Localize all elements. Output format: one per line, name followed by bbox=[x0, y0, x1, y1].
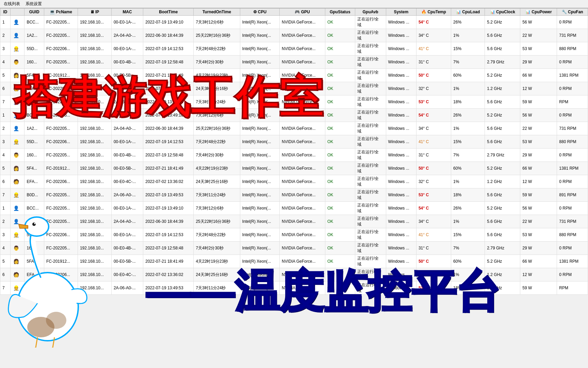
cell-gpustatus: OK bbox=[325, 42, 355, 56]
cell-gpustatus: OK bbox=[325, 175, 355, 188]
col-header-cpu[interactable]: ⚙ CPU bbox=[240, 9, 279, 16]
table-row[interactable]: 5👩5F4...FC-201912...192.168.10...00-E0-5… bbox=[0, 162, 588, 175]
cell-cpufan: 1381 RPM bbox=[557, 255, 588, 268]
col-header-gpustatus[interactable]: GpuStatus bbox=[325, 9, 355, 16]
cell-cpuclock: 1.2 GHz bbox=[485, 268, 520, 281]
cell-gpu: NVIDIA GeForce... bbox=[280, 162, 325, 175]
cell-ip: 192.168.10... bbox=[78, 69, 111, 82]
cell-turnedontime: 7天4时2分30秒 bbox=[194, 56, 240, 69]
cell-gpu: NVIDIA GeForce... bbox=[280, 69, 325, 82]
col-header-mac[interactable]: MAC bbox=[111, 9, 143, 16]
table-row[interactable]: 6🧑EFA...FC-202206...192.168.10...00-E0-4… bbox=[0, 82, 588, 95]
cell-gpu: NVIDIA GeForce... bbox=[280, 16, 325, 29]
cell-pcname: FC-202206... bbox=[44, 82, 78, 95]
col-header-cputemp[interactable]: 🔥 CpuTemp bbox=[416, 9, 451, 16]
cell-cpuload: 7% bbox=[451, 149, 485, 162]
cell-cpu: Intel(R) Xeon(... bbox=[240, 135, 279, 149]
cell-turnedontime: 7天2时48分22秒 bbox=[194, 42, 240, 56]
cell-gpuavb: 正在运行/全域 bbox=[355, 82, 386, 95]
cell-mac: 00-E0-4C-... bbox=[111, 175, 143, 188]
cell-ip: 192.168.10... bbox=[78, 42, 111, 56]
table-row[interactable]: 3👷55D...FC-202206...192.168.10...00-E0-1… bbox=[0, 42, 588, 56]
cell-cpufan: 0 RPM bbox=[557, 268, 588, 281]
table-row[interactable]: 1👤BCC...FC-202205...192.168.10...00-E0-1… bbox=[0, 109, 588, 122]
cell-turnedontime: 7天4时2分30秒 bbox=[194, 242, 240, 255]
cell-ip: 192.168.10... bbox=[78, 16, 111, 29]
cell-pcname: FC-201912... bbox=[44, 69, 78, 82]
col-header-cpuclock[interactable]: 📊 CpuClock bbox=[485, 9, 520, 16]
cell-gpu: NVIDIA GeForce... bbox=[280, 281, 325, 295]
data-table-container[interactable]: ID GUID 💻 PcName 🖥 IP MAC BootTime Turne… bbox=[0, 8, 588, 368]
col-header-id[interactable]: ID bbox=[0, 9, 11, 16]
col-header-turnedontime[interactable]: TurnedOnTime bbox=[194, 9, 240, 16]
cell-guid: B0D... bbox=[24, 281, 44, 295]
cell-id: 1 bbox=[0, 202, 11, 215]
avatar-icon: 👤 bbox=[13, 18, 20, 26]
cell-gpu: NVIDIA GeForce... bbox=[280, 82, 325, 95]
cell-gpuavb: 正在运行/全域 bbox=[355, 215, 386, 228]
table-row[interactable]: 7👷B0D...FC-202205...192.168.10...2A-06-A… bbox=[0, 281, 588, 295]
table-row[interactable]: 6🧑EFA...FC-202206...192.168.10...00-E0-4… bbox=[0, 268, 588, 281]
cell-system: Windows ... bbox=[386, 175, 416, 188]
cell-ip: 192.168.10... bbox=[78, 149, 111, 162]
cell-id: 4 bbox=[0, 242, 11, 255]
cell-gpustatus: OK bbox=[325, 268, 355, 281]
cell-id: 4 bbox=[0, 56, 11, 69]
table-row[interactable]: 3👷55D...FC-202206...192.168.10...00-E0-1… bbox=[0, 135, 588, 149]
cell-cpufan: 891 RPM bbox=[557, 188, 588, 202]
col-header-pcname[interactable]: 💻 PcName bbox=[44, 9, 78, 16]
avatar-icon: 👩 bbox=[13, 258, 20, 265]
cell-cpupower: 22 W bbox=[520, 122, 557, 135]
table-row[interactable]: 3👷55D...FC-202206...192.168.10...00-E0-1… bbox=[0, 228, 588, 242]
table-row[interactable]: 1👤BCC...FC-202205...192.168.10...00-E0-1… bbox=[0, 16, 588, 29]
table-row[interactable]: 1👤BCC...FC-202205...192.168.10...00-E0-1… bbox=[0, 202, 588, 215]
table-row[interactable]: 4👨160...FC-202205...192.168.10...00-E0-4… bbox=[0, 242, 588, 255]
cell-gpu: NVIDIA GeForce... bbox=[280, 215, 325, 228]
table-row[interactable]: 4👨160...FC-202205...192.168.10...00-E0-4… bbox=[0, 56, 588, 69]
cell-id: 5 bbox=[0, 255, 11, 268]
cell-mac: 00-E0-4B-... bbox=[111, 149, 143, 162]
col-header-ip[interactable]: 🖥 IP bbox=[78, 9, 111, 16]
cell-pcname: FC-201912... bbox=[44, 255, 78, 268]
table-row[interactable]: 6🧑EFA...FC-202206...192.168.10...00-E0-4… bbox=[0, 175, 588, 188]
cell-id: 3 bbox=[0, 135, 11, 149]
avatar-icon: 👷 bbox=[13, 231, 20, 239]
col-header-gpu[interactable]: 🎮 GPU bbox=[280, 9, 325, 16]
menu-item-settings[interactable]: 系统设置 bbox=[23, 0, 44, 8]
menu-item-online[interactable]: 在线列表 bbox=[1, 0, 22, 8]
cell-ip: 192.168.10... bbox=[78, 109, 111, 122]
col-header-guid[interactable]: GUID bbox=[24, 9, 44, 16]
col-header-cpupower[interactable]: 📊 CpuPower bbox=[520, 9, 557, 16]
col-header-boottime[interactable]: BootTime bbox=[143, 9, 194, 16]
cell-system: Windows ... bbox=[386, 162, 416, 175]
avatar-icon: 👨 bbox=[13, 151, 20, 159]
cell-cpuload: 1% bbox=[451, 215, 485, 228]
cell-cputemp: 31° C bbox=[416, 149, 451, 162]
col-header-cpufan[interactable]: 🔧 CpuFan bbox=[557, 9, 588, 16]
cell-boottime: 2022-06-30 18:44:39 bbox=[143, 29, 194, 42]
cell-cpuclock: 5.2 GHz bbox=[485, 69, 520, 82]
cell-boottime: 2022-07-19 12:58:48 bbox=[143, 56, 194, 69]
cell-cpu: Intel(R) Xeon(... bbox=[240, 42, 279, 56]
cell-cpupower: 12 W bbox=[520, 82, 557, 95]
cell-cputemp: 32° C bbox=[416, 175, 451, 188]
col-header-system[interactable]: System bbox=[386, 9, 416, 16]
table-row[interactable]: 4👨160...FC-202205...192.168.10...00-E0-4… bbox=[0, 149, 588, 162]
cell-mac: 00-E0-1A-... bbox=[111, 16, 143, 29]
table-row[interactable]: 5👩5FA...FC-201912...192.168.10...00-E0-5… bbox=[0, 255, 588, 268]
table-row[interactable]: 2👤1A2...FC-202205...192.168.10...2A-04-A… bbox=[0, 29, 588, 42]
cell-cpupower: 22 W bbox=[520, 215, 557, 228]
table-row[interactable]: 2👤1A2...FC-202205...192.168.10...2A-04-A… bbox=[0, 122, 588, 135]
table-row[interactable]: 7👷B0D...FC-202206...192.168.10...2A-06-A… bbox=[0, 95, 588, 109]
table-row[interactable]: 5👩5F4...FC-201912...192.168.10...00-E0-5… bbox=[0, 69, 588, 82]
col-header-cpuload[interactable]: 📊 CpuLoad bbox=[451, 9, 485, 16]
col-header-gpuavb[interactable]: GpuAvb bbox=[355, 9, 386, 16]
cell-gpuavb: 正在运行/全域 bbox=[355, 281, 386, 295]
cell-gpustatus: OK bbox=[325, 255, 355, 268]
table-row[interactable]: 7👷B0D...FC-202205...192.168.10...2A-06-A… bbox=[0, 188, 588, 202]
cell-cputemp: 53° C bbox=[416, 281, 451, 295]
cell-pcname: FC-202206... bbox=[44, 268, 78, 281]
cell-id: 5 bbox=[0, 162, 11, 175]
table-row[interactable]: 2👤1A2...FC-202205...192.168.10...2A-04-A… bbox=[0, 215, 588, 228]
cell-cpupower: 56 W bbox=[520, 109, 557, 122]
